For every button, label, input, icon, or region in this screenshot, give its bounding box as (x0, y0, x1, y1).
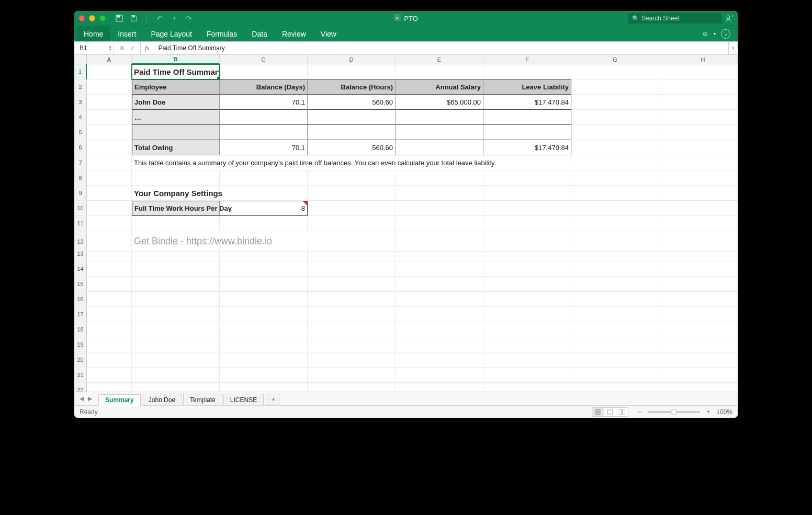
cell[interactable] (571, 140, 659, 155)
cell[interactable] (220, 368, 308, 383)
ellipsis-row[interactable]: … (132, 110, 220, 125)
cell[interactable] (659, 64, 738, 79)
cell[interactable] (220, 261, 308, 277)
add-sheet-button[interactable]: + (267, 394, 279, 405)
fx-label[interactable]: fx (141, 42, 154, 54)
cell[interactable] (87, 79, 132, 95)
cell[interactable] (132, 170, 220, 186)
cell[interactable] (659, 140, 738, 155)
cell[interactable] (308, 292, 396, 307)
expand-formula-bar-icon[interactable]: ▾ (728, 42, 738, 54)
smiley-icon[interactable]: ☺ (702, 30, 708, 38)
cell[interactable] (132, 292, 220, 307)
cell[interactable] (87, 64, 132, 79)
total-salary[interactable] (396, 140, 483, 155)
settings-label[interactable]: Full Time Work Hours Per Day (132, 201, 220, 216)
spreadsheet-grid[interactable]: A B C D E F G H 1 Paid Time Off Summary … (74, 55, 738, 392)
cell[interactable] (571, 216, 659, 231)
cell[interactable] (483, 110, 571, 125)
cell[interactable] (571, 155, 659, 170)
ribbon-tab-page-layout[interactable]: Page Layout (143, 26, 199, 41)
table-header-bal-hours[interactable]: Balance (Hours) (308, 79, 396, 95)
ribbon-tab-formulas[interactable]: Formulas (199, 26, 244, 41)
row-header[interactable]: 7 (74, 155, 87, 170)
row-header[interactable]: 11 (74, 216, 87, 231)
cell[interactable] (483, 277, 571, 292)
formula-input[interactable]: Paid Time Off Summary (154, 42, 728, 54)
ribbon-tab-review[interactable]: Review (275, 26, 313, 41)
cell[interactable] (396, 277, 483, 292)
cell[interactable] (87, 383, 132, 392)
cell[interactable] (571, 368, 659, 383)
sheet-tab-license[interactable]: LICENSE (223, 394, 264, 405)
cell[interactable] (87, 125, 132, 140)
ribbon-tab-insert[interactable]: Insert (110, 26, 143, 41)
cell[interactable] (659, 383, 738, 392)
cell[interactable] (308, 201, 396, 216)
cell[interactable] (571, 292, 659, 307)
cell[interactable] (220, 186, 308, 201)
accept-formula-icon[interactable]: ✓ (130, 44, 135, 52)
cell[interactable] (87, 170, 132, 186)
cell[interactable] (87, 352, 132, 368)
cell[interactable] (87, 201, 132, 216)
view-page-break-button[interactable] (616, 407, 628, 417)
cell[interactable] (220, 216, 308, 231)
cell[interactable] (659, 110, 738, 125)
cell[interactable] (220, 125, 308, 140)
cell[interactable] (87, 140, 132, 155)
cell[interactable] (659, 155, 738, 170)
cell[interactable] (87, 337, 132, 352)
cell[interactable] (308, 64, 396, 79)
cell[interactable] (220, 110, 308, 125)
cell[interactable] (483, 261, 571, 277)
cancel-formula-icon[interactable]: ✕ (119, 44, 125, 52)
row-header[interactable]: 2 (74, 79, 87, 95)
cell[interactable] (87, 277, 132, 292)
cell[interactable] (571, 246, 659, 261)
cell[interactable] (571, 110, 659, 125)
sheet-nav-prev-icon[interactable]: ◀ (77, 395, 86, 402)
row-header[interactable]: 1 (74, 64, 87, 79)
row-header[interactable]: 16 (74, 292, 87, 307)
row-header[interactable]: 19 (74, 337, 87, 352)
cell-B1[interactable]: Paid Time Off Summary (132, 64, 220, 79)
sheet-nav-next-icon[interactable]: ▶ (86, 395, 94, 402)
cell[interactable] (396, 261, 483, 277)
zoom-thumb[interactable] (671, 409, 677, 415)
cell[interactable] (571, 95, 659, 110)
col-header-F[interactable]: F (483, 55, 571, 64)
cell[interactable] (483, 186, 571, 201)
cell[interactable] (659, 216, 738, 231)
cell[interactable] (308, 246, 396, 261)
row-header[interactable]: 9 (74, 186, 87, 201)
cell[interactable] (571, 307, 659, 322)
cell[interactable] (571, 201, 659, 216)
cell[interactable] (396, 292, 483, 307)
cell[interactable] (220, 170, 308, 186)
row-header[interactable]: 14 (74, 261, 87, 277)
employee-liability[interactable]: $17,470.84 (483, 95, 571, 110)
row-header[interactable]: 15 (74, 277, 87, 292)
save-icon[interactable] (130, 14, 138, 22)
window-close-button[interactable] (78, 15, 85, 21)
cell[interactable] (659, 368, 738, 383)
table-header-employee[interactable]: Employee (132, 79, 220, 95)
cell[interactable] (308, 216, 396, 231)
zoom-slider[interactable] (648, 411, 700, 413)
cell[interactable] (308, 368, 396, 383)
col-header-B[interactable]: B (132, 55, 220, 64)
row-header[interactable]: 13 (74, 246, 87, 261)
cell[interactable] (571, 322, 659, 337)
cell[interactable] (220, 352, 308, 368)
cell[interactable] (571, 277, 659, 292)
cell[interactable] (659, 79, 738, 95)
table-header-bal-days[interactable]: Balance (Days) (220, 79, 308, 95)
cell[interactable] (483, 322, 571, 337)
row-header[interactable]: 4 (74, 110, 87, 125)
col-header-E[interactable]: E (396, 55, 483, 64)
cell[interactable] (132, 383, 220, 392)
ribbon-tab-data[interactable]: Data (244, 26, 275, 41)
col-header-A[interactable]: A (87, 55, 132, 64)
view-normal-button[interactable] (592, 407, 604, 417)
